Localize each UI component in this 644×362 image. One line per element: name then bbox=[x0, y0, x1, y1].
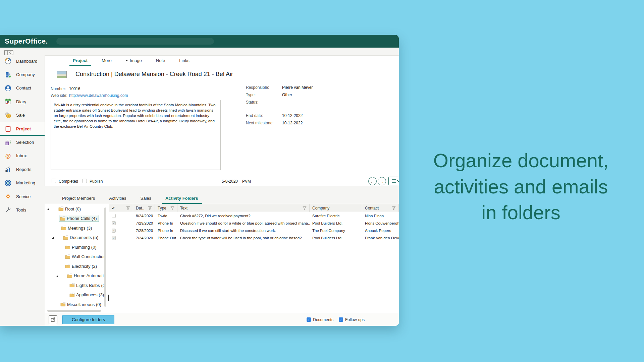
tree-expander-icon[interactable] bbox=[47, 208, 49, 210]
website-link[interactable]: http://www.delawarehousing.com bbox=[69, 93, 128, 98]
tree-item[interactable]: Electricity (2) bbox=[45, 261, 104, 271]
footer-initials: PVM bbox=[242, 179, 251, 184]
column-header-check[interactable]: ✔ bbox=[109, 204, 133, 212]
filter-check-follow-ups[interactable]: ✓Follow-ups bbox=[339, 317, 365, 322]
filter-funnel-icon[interactable] bbox=[126, 206, 130, 210]
sidebar-item-service[interactable]: Service bbox=[0, 190, 45, 203]
row-checkbox[interactable] bbox=[112, 214, 116, 218]
tree-item[interactable]: Meetings (3) bbox=[45, 223, 104, 233]
open-external-icon[interactable] bbox=[49, 315, 57, 324]
column-header-contact[interactable]: Contact bbox=[362, 204, 399, 212]
tab-project[interactable]: Project bbox=[66, 56, 95, 66]
table-row[interactable]: ✓7/28/2020Phone InDiscussed if we can st… bbox=[109, 227, 399, 234]
column-header-label: ✔ bbox=[112, 206, 115, 210]
sidebar-item-sale[interactable]: $€Sale bbox=[0, 109, 45, 122]
sidebar: DashboardCompanyContact11Diary$€SaleProj… bbox=[0, 48, 45, 326]
tree-expander-icon[interactable] bbox=[52, 237, 54, 239]
row-checkbox[interactable]: ✓ bbox=[112, 229, 116, 233]
configure-folders-button[interactable]: Configure folders bbox=[62, 315, 114, 324]
tab-activities[interactable]: Activities bbox=[102, 193, 133, 204]
sidebar-item-tools[interactable]: Tools bbox=[0, 203, 45, 217]
column-header-label: Type bbox=[158, 206, 166, 210]
table-row[interactable]: ✓7/29/2020Phone InQuestion if we should … bbox=[109, 220, 399, 227]
column-header-type[interactable]: Type bbox=[155, 204, 177, 212]
next-arrow-button[interactable]: → bbox=[378, 177, 386, 185]
column-header-label: Company bbox=[312, 206, 329, 210]
content-bullet-icon bbox=[126, 60, 127, 61]
filter-check-documents[interactable]: ✓Documents bbox=[307, 317, 333, 322]
tab-label: Image bbox=[130, 58, 142, 63]
task-menu-button[interactable] bbox=[388, 177, 399, 185]
column-header-date[interactable]: Dat.. bbox=[133, 204, 155, 212]
tree-item-label: Electricity (2) bbox=[72, 264, 97, 269]
sidebar-item-contact[interactable]: Contact bbox=[0, 81, 45, 95]
filter-funnel-icon[interactable] bbox=[303, 206, 307, 210]
contact-icon bbox=[4, 84, 12, 92]
sidebar-item-diary[interactable]: 11Diary bbox=[0, 95, 45, 108]
folder-icon bbox=[61, 226, 66, 230]
tab-activity-folders[interactable]: Activity Folders bbox=[158, 193, 205, 204]
sidebar-item-selection[interactable]: Selection bbox=[0, 135, 45, 149]
hero-text-line: activities and emails bbox=[405, 174, 637, 200]
publish-checkbox[interactable] bbox=[83, 179, 87, 183]
number-value: 10016 bbox=[69, 86, 80, 91]
tab-sales[interactable]: Sales bbox=[133, 193, 159, 204]
tree-item-content: Lights Bulbs (0) bbox=[68, 282, 104, 289]
tree-item[interactable]: Miscellaneous (0) bbox=[45, 300, 104, 309]
cell-type: Phone In bbox=[155, 221, 177, 225]
checked-checkbox[interactable]: ✓ bbox=[307, 317, 311, 322]
column-header-label: Dat.. bbox=[136, 206, 144, 210]
sidebar-item-inbox[interactable]: @Inbox bbox=[0, 149, 45, 163]
filter-check-label: Follow-ups bbox=[345, 317, 365, 322]
sidebar-item-reports[interactable]: Reports bbox=[0, 163, 45, 176]
project-thumbnail-image[interactable] bbox=[57, 71, 67, 78]
tree-item[interactable]: Wall Constructions ( bbox=[45, 252, 104, 262]
tree-vertical-scrollbar[interactable] bbox=[104, 207, 106, 307]
tab-project-members[interactable]: Project Members bbox=[55, 193, 102, 204]
tree-item[interactable]: Root (0) bbox=[45, 204, 104, 214]
tree-item[interactable]: Appliances (3) bbox=[45, 290, 104, 300]
sidebar-item-label: Service bbox=[16, 194, 31, 199]
previous-arrow-button[interactable]: ← bbox=[368, 177, 377, 185]
column-header-company[interactable]: Company bbox=[310, 204, 362, 212]
svg-text:€: € bbox=[8, 114, 9, 118]
filter-funnel-icon[interactable] bbox=[170, 206, 174, 210]
tree-expander-icon[interactable] bbox=[56, 275, 58, 277]
filter-funnel-icon[interactable] bbox=[148, 206, 152, 210]
tree-item-content: Meetings (3) bbox=[60, 225, 94, 232]
detail-field-row: Type:Other bbox=[246, 93, 357, 97]
tree-item[interactable]: Phone Calls (4) bbox=[45, 214, 104, 224]
footer-date: 5-8-2020 bbox=[222, 179, 238, 184]
filter-funnel-icon[interactable] bbox=[392, 206, 396, 210]
tree-item[interactable]: Plumbing (0) bbox=[45, 242, 104, 252]
tab-links[interactable]: Links bbox=[172, 56, 196, 66]
checked-checkbox[interactable]: ✓ bbox=[339, 317, 343, 322]
table-body: 8/24/2020To-doCheck #8272, Did we receiv… bbox=[109, 212, 399, 242]
tab-more[interactable]: More bbox=[95, 56, 119, 66]
hero-text-line: in folders bbox=[405, 199, 637, 226]
table-row[interactable]: 8/24/2020To-doCheck #8272, Did we receiv… bbox=[109, 212, 399, 220]
number-label: Number: bbox=[51, 86, 66, 91]
header-search-pill[interactable] bbox=[56, 38, 214, 45]
tree-horizontal-scrollbar[interactable] bbox=[47, 310, 101, 312]
project-title: Construction | Delaware Mansion - Creek … bbox=[75, 71, 233, 78]
sidebar-item-label: Contact bbox=[16, 85, 31, 90]
sidebar-item-project[interactable]: Project bbox=[0, 122, 45, 135]
tree-item[interactable]: Lights Bulbs (0) bbox=[45, 281, 104, 290]
column-header-text[interactable]: Text bbox=[177, 204, 310, 212]
row-checkbox[interactable]: ✓ bbox=[112, 236, 116, 240]
sidebar-item-marketing[interactable]: Marketing bbox=[0, 176, 45, 190]
completed-checkbox[interactable] bbox=[52, 179, 56, 183]
tree-item[interactable]: Home Automation (0 bbox=[45, 271, 104, 281]
sidebar-item-company[interactable]: Company bbox=[0, 68, 45, 81]
cell-contact: Floris Couwenbergh bbox=[362, 221, 399, 225]
tab-image[interactable]: Image bbox=[119, 56, 149, 66]
sidebar-item-dashboard[interactable]: Dashboard bbox=[0, 54, 45, 68]
cell-contact: Frank Van den Oever bbox=[362, 236, 399, 240]
tree-item[interactable]: Documents (5) bbox=[45, 233, 104, 243]
table-row[interactable]: ✓7/24/2020Phone OutCheck the type of wat… bbox=[109, 234, 399, 242]
project-description-textarea[interactable]: Bel-Air is a ritzy residential enclave i… bbox=[51, 100, 221, 170]
detail-field-label: Type: bbox=[246, 93, 282, 97]
row-checkbox[interactable]: ✓ bbox=[112, 221, 116, 225]
tab-note[interactable]: Note bbox=[149, 56, 172, 66]
